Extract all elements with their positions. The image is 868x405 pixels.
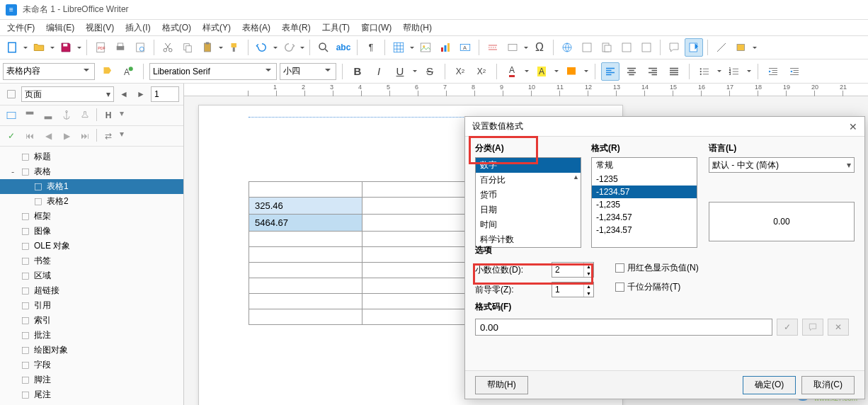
tree-item[interactable]: OLE 对象 <box>0 239 183 253</box>
font-color-dropdown[interactable] <box>524 68 530 74</box>
decimal-up-icon[interactable]: ▲ <box>584 263 593 270</box>
cancel-button[interactable]: 取消(C) <box>801 376 855 394</box>
italic-button[interactable]: I <box>370 62 388 81</box>
paragraph-style-combo[interactable]: 表格内容 <box>3 63 95 80</box>
basic-shapes-button[interactable] <box>732 38 750 57</box>
table-cell[interactable] <box>362 232 476 247</box>
ok-button[interactable]: 确定(O) <box>743 376 796 394</box>
table-cell[interactable] <box>249 309 362 325</box>
table-cell[interactable] <box>249 232 362 247</box>
insert-field-button[interactable] <box>503 38 522 57</box>
leading-zeros-spinner[interactable]: ▲▼ <box>552 282 594 297</box>
nav-page-combo[interactable]: 页面 ▾ <box>21 86 114 102</box>
table-cell[interactable] <box>362 294 476 309</box>
table-cell[interactable] <box>362 278 476 294</box>
language-combo[interactable]: 默认 - 中文 (简体) ▾ <box>709 157 855 173</box>
tree-item[interactable]: 区域 <box>0 268 183 283</box>
tree-item[interactable]: 索引 <box>0 313 183 328</box>
new-style-button[interactable]: A <box>119 62 137 81</box>
table-cell[interactable] <box>249 263 362 278</box>
tree-item[interactable]: 尾注 <box>0 387 183 402</box>
font-size-combo[interactable]: 小四 <box>280 63 336 80</box>
menu-view[interactable]: 视图(V) <box>81 21 118 35</box>
char-background-button[interactable] <box>562 62 581 81</box>
superscript-button[interactable]: X2 <box>451 62 469 81</box>
find-button[interactable] <box>314 38 333 57</box>
comment-button[interactable] <box>665 38 683 57</box>
table-dropdown[interactable] <box>409 45 415 51</box>
category-item[interactable]: 百分比 <box>476 173 581 188</box>
export-pdf-button[interactable]: PDF <box>91 38 110 57</box>
special-char-button[interactable]: Ω <box>530 38 549 57</box>
table-cell[interactable] <box>362 263 476 278</box>
format-listbox[interactable]: 常规-1235-1234.57-1,235-1,234.57-1,234.57 <box>591 157 697 248</box>
table-cell[interactable] <box>249 182 362 198</box>
format-item[interactable]: -1,234.57 <box>592 211 697 224</box>
format-item[interactable]: 常规 <box>592 158 697 173</box>
category-item[interactable]: 数字 <box>476 158 581 173</box>
bullet-list-button[interactable] <box>695 62 714 81</box>
menu-form[interactable]: 表单(R) <box>278 21 315 35</box>
nav-anchor-icon[interactable] <box>59 108 74 122</box>
thousands-checkbox-box[interactable] <box>615 283 624 292</box>
tree-item[interactable]: 框架 <box>0 209 183 224</box>
category-listbox[interactable]: 数字百分比货币日期时间科学计数分数▲ <box>475 157 581 248</box>
shapes-dropdown[interactable] <box>752 45 758 51</box>
tree-item[interactable]: 表格2 <box>0 194 183 209</box>
nav-link-icon[interactable]: ⇄ <box>101 129 115 143</box>
underline-button[interactable]: U <box>391 62 409 81</box>
font-name-combo[interactable]: Liberation Serif <box>149 63 277 80</box>
clone-format-button[interactable] <box>225 38 244 57</box>
category-item[interactable]: 时间 <box>476 217 581 232</box>
align-justify-button[interactable] <box>665 62 683 81</box>
menu-format[interactable]: 格式(O) <box>158 21 195 35</box>
update-style-button[interactable] <box>98 62 116 81</box>
new-doc-button[interactable] <box>3 38 21 57</box>
decimal-places-spinner[interactable]: ▲▼ <box>552 262 594 278</box>
formatting-marks-button[interactable]: ¶ <box>362 38 380 57</box>
format-code-add-icon[interactable]: ✓ <box>777 319 798 336</box>
redo-dropdown[interactable] <box>299 45 305 51</box>
increase-indent-button[interactable] <box>764 62 782 81</box>
align-right-button[interactable] <box>644 62 662 81</box>
format-item[interactable]: -1,235 <box>592 198 697 211</box>
table-cell[interactable] <box>249 247 362 263</box>
format-code-comment-icon[interactable] <box>802 319 823 336</box>
underline-dropdown[interactable] <box>412 68 418 74</box>
nav-next2-icon[interactable]: ▶ <box>59 129 74 143</box>
tree-item[interactable]: 图像 <box>0 224 183 239</box>
line-button[interactable] <box>712 38 731 57</box>
nav-page-number[interactable]: 1 <box>151 86 179 102</box>
format-item[interactable]: -1234.57 <box>592 186 697 198</box>
leading-down-icon[interactable]: ▼ <box>584 290 593 297</box>
tree-item[interactable]: 脚注 <box>0 372 183 387</box>
dialog-close-icon[interactable]: ✕ <box>849 121 857 132</box>
cut-button[interactable] <box>159 38 177 57</box>
table-cell[interactable] <box>362 247 476 263</box>
char-bg-dropdown[interactable] <box>583 68 589 74</box>
menu-tools[interactable]: 工具(T) <box>318 21 354 35</box>
number-dropdown[interactable] <box>746 68 752 74</box>
navigator-tree[interactable]: 标题-表格表格1表格2框架图像OLE 对象书签区域超链接引用索引批注绘图对象字段… <box>0 147 183 405</box>
tree-item[interactable]: -表格 <box>0 164 183 179</box>
save-dropdown[interactable] <box>76 45 82 51</box>
format-code-input[interactable] <box>475 319 772 336</box>
table-cell[interactable] <box>362 215 476 232</box>
number-list-button[interactable]: 123 <box>725 62 743 81</box>
endnote-button[interactable] <box>598 38 616 57</box>
nav-prev-icon[interactable]: ◄ <box>117 87 131 101</box>
table-cell[interactable]: 325.46 <box>249 198 362 215</box>
bullet-dropdown[interactable] <box>716 68 722 74</box>
nav-footer-icon[interactable] <box>41 108 55 122</box>
open-button[interactable] <box>30 38 48 57</box>
nav-prev2-icon[interactable]: ◀ <box>41 129 55 143</box>
tree-item[interactable]: 表格1 <box>0 179 183 194</box>
decrease-indent-button[interactable] <box>785 62 804 81</box>
category-item[interactable]: 货币 <box>476 188 581 202</box>
tree-item[interactable]: 超链接 <box>0 283 183 298</box>
menu-edit[interactable]: 编辑(E) <box>42 21 79 35</box>
field-dropdown[interactable] <box>523 45 529 51</box>
highlight-dropdown[interactable] <box>554 68 559 74</box>
table-cell[interactable] <box>362 309 476 325</box>
track-changes-button[interactable] <box>685 38 703 57</box>
